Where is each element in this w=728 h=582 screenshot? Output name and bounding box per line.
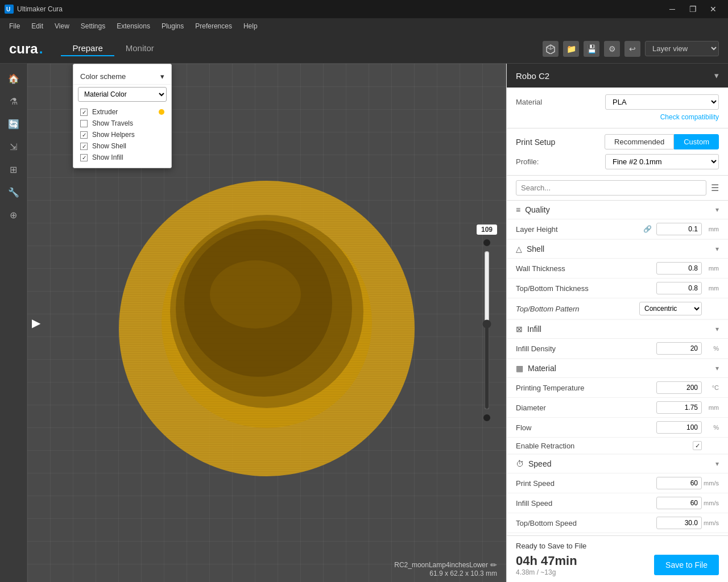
speed-chevron: ▾ [715, 460, 719, 468]
settings-scroll[interactable]: ≡ Quality ▾ Layer Height 🔗 mm △ Shell ▾ [507, 201, 728, 535]
diameter-input[interactable] [656, 401, 702, 414]
enable-retraction-checkbox[interactable] [693, 441, 702, 450]
infill-checkbox[interactable] [80, 154, 88, 161]
topbottom-pattern-select[interactable]: Concentric Lines Zig Zag [639, 302, 702, 315]
slider-top-dot [483, 239, 490, 246]
flow-input[interactable] [656, 421, 702, 434]
folder-icon[interactable]: 📁 [563, 41, 579, 57]
menu-help[interactable]: Help [239, 20, 262, 32]
layer-height-input[interactable] [656, 223, 702, 235]
edit-filename-icon[interactable]: ✏ [490, 560, 497, 569]
topbottom-thickness-input[interactable] [656, 282, 702, 294]
wall-thickness-input[interactable] [656, 262, 702, 275]
dropdown-item-travels[interactable]: Show Travels [73, 118, 171, 129]
menu-file[interactable]: File [5, 20, 24, 32]
travels-checkbox[interactable] [80, 120, 88, 127]
profile-label: Profile: [516, 157, 539, 166]
extruder-checkbox[interactable] [80, 109, 88, 116]
save-row: 04h 47min 4.38m / ~13g Save to File [516, 554, 719, 576]
topbottom-speed-unit: mm/s [702, 519, 719, 526]
sidebar-flask-icon[interactable]: ⚗ [3, 91, 24, 111]
tab-prepare[interactable]: Prepare [61, 41, 114, 56]
color-scheme-dropdown: Color scheme ▾ Material Color Line Type … [73, 64, 172, 168]
menubar: File Edit View Settings Extensions Plugi… [0, 18, 728, 34]
sidebar-tool-icon[interactable]: 🔧 [3, 182, 24, 202]
print-time: 04h 47min [516, 554, 577, 568]
search-menu-icon[interactable]: ☰ [711, 182, 719, 193]
sidebar-extra-icon[interactable]: ⊕ [3, 205, 24, 225]
filename-text: RC2_moonLamp4inchesLower [394, 561, 488, 569]
profile-select[interactable]: Fine #2 0.1mm Normal 0.15mm Fast 0.2mm [605, 154, 719, 169]
color-scheme-select[interactable]: Material Color Line Type Speed [78, 87, 167, 102]
print-temp-input[interactable] [656, 381, 702, 394]
print-speed-input[interactable] [656, 477, 702, 489]
recommended-button[interactable]: Recommended [605, 134, 674, 149]
sidebar-mirror-icon[interactable]: ⊞ [3, 159, 24, 180]
play-button[interactable]: ▶ [32, 316, 40, 330]
speed-header[interactable]: ⏱ Speed ▾ [507, 455, 728, 473]
quality-header[interactable]: ≡ Quality ▾ [507, 201, 728, 219]
topbottom-thickness-unit: mm [702, 285, 719, 292]
menu-view[interactable]: View [50, 20, 74, 32]
material-info: 4.38m / ~13g [516, 568, 577, 576]
sidebar-home-icon[interactable]: 🏠 [3, 68, 24, 89]
dropdown-item-helpers[interactable]: Show Helpers [73, 129, 171, 140]
check-compatibility-link[interactable]: Check compatibility [516, 113, 719, 121]
enable-retraction-label: Enable Retraction [516, 442, 693, 450]
infill-header[interactable]: ⊠ Infill ▾ [507, 320, 728, 339]
layer-slider[interactable] [481, 251, 493, 410]
dropdown-item-infill[interactable]: Show Infill [73, 152, 171, 163]
topbottom-speed-input[interactable] [656, 517, 702, 529]
setup-btn-group: Recommended Custom [605, 134, 719, 149]
menu-edit[interactable]: Edit [27, 20, 48, 32]
header: cura. Prepare Monitor 📁 💾 ⚙ ↩ Layer view… [0, 34, 728, 64]
shell-checkbox[interactable] [80, 143, 88, 150]
infill-density-input[interactable] [656, 342, 702, 355]
material-settings-chevron: ▾ [715, 364, 719, 372]
custom-button[interactable]: Custom [674, 134, 719, 149]
layer-slider-container: 109 [477, 225, 497, 421]
layer-height-link-icon[interactable]: 🔗 [643, 225, 652, 233]
topbottom-speed-label: Top/Bottom Speed [516, 519, 656, 527]
save-icon[interactable]: 💾 [584, 41, 599, 57]
menu-plugins[interactable]: Plugins [157, 20, 188, 32]
undo-icon[interactable]: ↩ [624, 41, 640, 57]
right-header-chevron[interactable]: ▾ [714, 70, 719, 81]
slider-bottom-dot [483, 414, 490, 421]
flow-unit: % [702, 424, 719, 431]
minimize-button[interactable]: ─ [662, 0, 682, 18]
material-row: Material PLA ABS PETG [516, 94, 719, 110]
layer-height-row: Layer Height 🔗 mm [507, 219, 728, 239]
infill-speed-input[interactable] [656, 497, 702, 509]
menu-settings[interactable]: Settings [76, 20, 110, 32]
dropdown-item-extruder[interactable]: Extruder [73, 106, 171, 118]
filename-row: RC2_moonLamp4inchesLower ✏ [394, 560, 497, 569]
view-mode-select[interactable]: Layer view Solid view X-Ray view [645, 41, 719, 56]
menu-extensions[interactable]: Extensions [112, 20, 155, 32]
dropdown-item-shell[interactable]: Show Shell [73, 140, 171, 152]
print-speed-label: Print Speed [516, 479, 656, 488]
titlebar-left: U Ultimaker Cura [5, 5, 63, 14]
material-settings-title: Material [528, 364, 715, 373]
settings-icon[interactable]: ⚙ [604, 41, 620, 57]
shell-icon: △ [516, 244, 522, 253]
tab-monitor[interactable]: Monitor [114, 41, 166, 56]
maximize-button[interactable]: ❐ [682, 0, 703, 18]
canvas-footer: RC2_moonLamp4inchesLower ✏ 61.9 x 62.2 x… [394, 560, 497, 577]
titlebar: U Ultimaker Cura ─ ❐ ✕ [0, 0, 728, 18]
sidebar-scale-icon[interactable]: ⇲ [3, 136, 24, 157]
wall-thickness-label: Wall Thickness [516, 264, 656, 273]
printer-name: Robo C2 [516, 71, 549, 81]
sidebar-rotate-icon[interactable]: 🔄 [3, 114, 24, 134]
material-select[interactable]: PLA ABS PETG [605, 94, 719, 110]
material-settings-header[interactable]: ▦ Material ▾ [507, 359, 728, 378]
menu-preferences[interactable]: Preferences [191, 20, 237, 32]
shell-header[interactable]: △ Shell ▾ [507, 240, 728, 259]
layer-height-unit: mm [702, 226, 719, 232]
save-to-file-button[interactable]: Save to File [654, 555, 719, 575]
helpers-checkbox[interactable] [80, 131, 88, 139]
close-button[interactable]: ✕ [703, 0, 723, 18]
cube-icon[interactable] [543, 41, 559, 57]
search-input[interactable] [516, 180, 706, 196]
dropdown-chevron[interactable]: ▾ [160, 72, 164, 81]
